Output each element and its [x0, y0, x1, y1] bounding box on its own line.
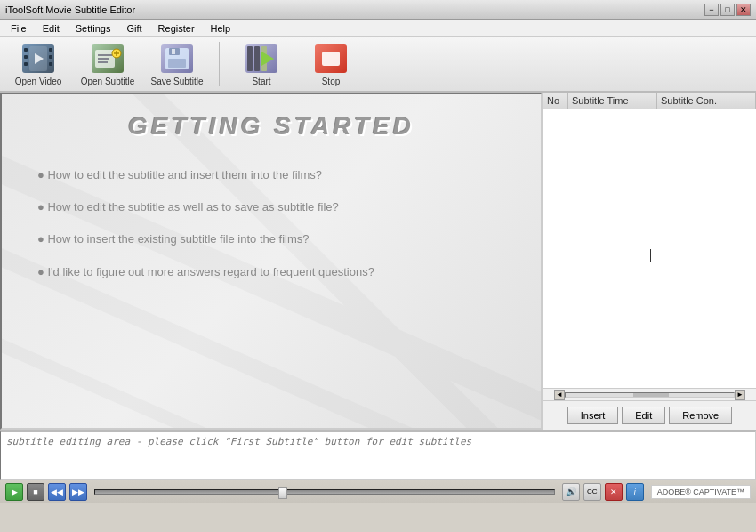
- menu-help[interactable]: Help: [204, 21, 238, 36]
- open-subtitle-button[interactable]: Open Subtitle: [76, 38, 139, 91]
- list-item: How to edit the subtitle and insert them…: [37, 167, 505, 183]
- menu-gift[interactable]: Gift: [119, 21, 149, 36]
- stop-playback-button[interactable]: ■: [27, 483, 44, 501]
- open-video-button[interactable]: Open Video: [7, 38, 69, 91]
- subtitle-open-icon: [92, 43, 124, 75]
- menu-settings[interactable]: Settings: [68, 21, 118, 36]
- cc-button[interactable]: CC: [583, 483, 601, 501]
- scroll-left-arrow[interactable]: ◄: [554, 390, 565, 400]
- table-body: [543, 109, 756, 388]
- edit-button[interactable]: Edit: [622, 407, 665, 424]
- progress-thumb[interactable]: [278, 487, 287, 499]
- menu-file[interactable]: File: [4, 21, 34, 36]
- info-button[interactable]: i: [626, 483, 644, 501]
- svg-rect-3: [24, 62, 28, 66]
- play-button[interactable]: ▶: [5, 483, 23, 501]
- insert-button[interactable]: Insert: [567, 407, 619, 424]
- toolbar-separator: [219, 42, 220, 86]
- table-header: No Subtitle Time Subtitle Con.: [543, 93, 756, 109]
- close-button[interactable]: ✕: [736, 4, 751, 16]
- scroll-right-arrow[interactable]: ►: [735, 390, 745, 400]
- svg-rect-1: [24, 48, 28, 52]
- preview-panel: GETTING STARTED How to edit the subtitle…: [0, 93, 543, 430]
- bottom-controls: ▶ ■ ◀◀ ▶▶ 🔊 CC ✕ i ADOBE® CAPTIVATE™: [0, 480, 756, 503]
- window-controls: − □ ✕: [704, 4, 751, 16]
- save-subtitle-label: Save Subtitle: [151, 77, 204, 86]
- menu-edit[interactable]: Edit: [36, 21, 67, 36]
- list-item: I'd like to figure out more answers rega…: [37, 264, 505, 280]
- svg-rect-4: [49, 48, 52, 52]
- maximize-button[interactable]: □: [720, 4, 735, 16]
- svg-line-31: [2, 314, 541, 428]
- scroll-thumb[interactable]: [633, 393, 669, 397]
- svg-rect-24: [254, 46, 260, 71]
- text-cursor: [650, 249, 651, 262]
- svg-rect-21: [168, 59, 186, 68]
- getting-started-title: GETTING STARTED: [20, 112, 523, 141]
- stop-icon: [315, 43, 347, 75]
- svg-rect-5: [49, 55, 52, 59]
- app-title: iToolSoft Movie Subtitle Editor: [5, 4, 135, 15]
- col-time: Subtitle Time: [568, 93, 657, 109]
- next-button[interactable]: ▶▶: [69, 483, 87, 501]
- svg-rect-28: [322, 52, 340, 66]
- open-video-label: Open Video: [15, 77, 62, 86]
- start-button[interactable]: Start: [230, 38, 293, 91]
- svg-rect-6: [49, 62, 52, 66]
- subtitle-actions: Insert Edit Remove: [543, 400, 756, 430]
- stop-label: Stop: [322, 77, 341, 86]
- svg-rect-2: [24, 55, 28, 59]
- horizontal-scrollbar[interactable]: ◄ ►: [543, 388, 756, 400]
- captivate-badge: ADOBE® CAPTIVATE™: [651, 485, 751, 499]
- menu-register[interactable]: Register: [151, 21, 202, 36]
- progress-track[interactable]: [94, 489, 555, 495]
- svg-rect-20: [172, 49, 175, 54]
- scroll-track[interactable]: [565, 392, 735, 398]
- film-icon: [22, 43, 54, 75]
- svg-rect-23: [247, 46, 253, 71]
- list-item: How to insert the existing subtitle file…: [37, 231, 505, 247]
- subtitle-panel: No Subtitle Time Subtitle Con. ◄ ► Inser…: [543, 93, 756, 430]
- close-playback-button[interactable]: ✕: [605, 483, 623, 501]
- col-no: No: [543, 93, 568, 109]
- save-subtitle-button[interactable]: Save Subtitle: [146, 38, 208, 91]
- title-bar: iToolSoft Movie Subtitle Editor − □ ✕: [0, 0, 756, 20]
- minimize-button[interactable]: −: [704, 4, 719, 16]
- volume-button[interactable]: 🔊: [562, 483, 580, 501]
- list-item: How to edit the subtitle as well as to s…: [37, 199, 505, 215]
- open-subtitle-label: Open Subtitle: [81, 77, 135, 86]
- remove-button[interactable]: Remove: [669, 407, 732, 424]
- stop-button[interactable]: Stop: [300, 38, 362, 91]
- getting-started-list: How to edit the subtitle and insert them…: [20, 167, 523, 280]
- subtitle-edit-area[interactable]: [0, 431, 756, 480]
- save-icon: [161, 43, 193, 75]
- start-icon: [245, 43, 277, 75]
- toolbar: Open Video Open Subtitle: [0, 37, 756, 93]
- col-content: Subtitle Con.: [657, 93, 756, 109]
- menu-bar: File Edit Settings Gift Register Help: [0, 20, 756, 37]
- prev-button[interactable]: ◀◀: [48, 483, 66, 501]
- progress-area: [91, 489, 559, 495]
- main-content: GETTING STARTED How to edit the subtitle…: [0, 93, 756, 431]
- start-label: Start: [252, 77, 270, 86]
